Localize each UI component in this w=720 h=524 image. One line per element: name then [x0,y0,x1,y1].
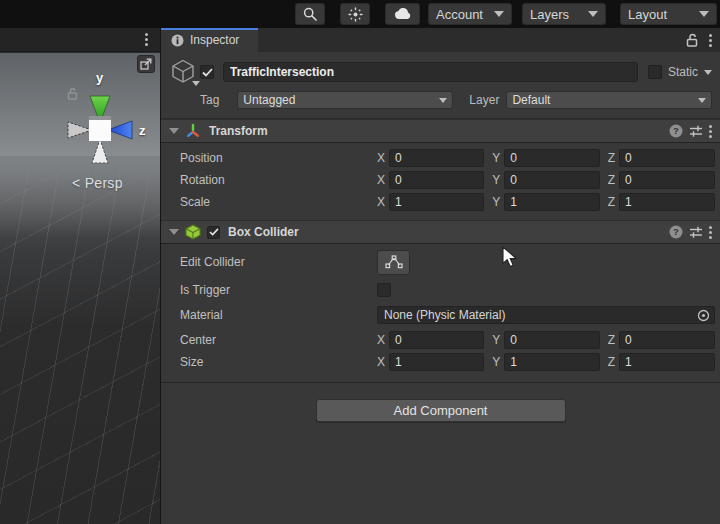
scene-ground-grid [0,156,160,524]
axis-z-label: Z [608,195,615,209]
axis-y-label: Y [492,333,500,347]
is-trigger-checkbox[interactable] [377,283,391,297]
search-button[interactable] [295,3,325,25]
edit-collider-label: Edit Collider [180,255,377,269]
position-x-input[interactable] [389,149,484,167]
add-component-label: Add Component [394,403,488,418]
material-value: None (Physic Material) [384,308,505,322]
foldout-arrow-icon[interactable] [169,229,179,235]
scale-x-input[interactable] [389,193,484,211]
is-trigger-label: Is Trigger [180,283,377,297]
scene-tab-bar [0,28,160,52]
rotation-x-input[interactable] [389,171,484,189]
material-object-field[interactable]: None (Physic Material) [377,306,715,324]
object-picker-icon[interactable] [697,309,710,322]
maximize-view-button[interactable] [137,55,155,73]
tab-inspector[interactable]: Inspector [161,28,258,52]
tag-label: Tag [200,93,219,107]
center-row: Center X Y Z [161,329,720,351]
main-toolbar: Account Layers Layout [0,0,720,28]
box-collider-icon [185,224,201,240]
chevron-down-icon [588,11,598,17]
position-y-input[interactable] [504,149,599,167]
is-trigger-row: Is Trigger [161,279,720,301]
chevron-down-icon [192,81,200,86]
scene-menu-kebab-icon[interactable] [145,33,148,46]
axis-y-label: Y [492,355,500,369]
transform-title: Transform [209,124,268,138]
scale-row: Scale X Y Z [161,191,720,213]
position-z-input[interactable] [619,149,715,167]
account-dropdown-label: Account [436,7,483,22]
chevron-down-icon [698,98,706,103]
scale-z-input[interactable] [619,193,715,211]
edit-collider-row: Edit Collider [161,248,720,276]
gameobject-name-input[interactable] [223,62,638,82]
axis-x-label: X [377,195,385,209]
center-z-input[interactable] [619,331,715,349]
gizmo-z-axis-label[interactable]: z [139,123,146,138]
collider-enabled-checkbox[interactable] [207,226,220,239]
unlock-icon[interactable] [686,33,698,47]
material-label: Material [180,308,377,322]
chevron-down-icon [494,11,504,17]
layer-dropdown[interactable]: Default [506,91,712,109]
static-checkbox[interactable] [648,65,662,79]
tag-dropdown[interactable]: Untagged [237,91,453,109]
presets-icon[interactable] [689,125,703,137]
tag-value: Untagged [243,93,295,107]
axis-z-label: Z [608,333,615,347]
rotation-z-input[interactable] [619,171,715,189]
gameobject-icon-button[interactable] [170,58,200,86]
gizmo-y-axis-label[interactable]: y [96,70,103,85]
scale-label: Scale [180,195,377,209]
foldout-arrow-icon[interactable] [169,128,179,134]
axis-y-label: Y [492,195,500,209]
chevron-down-icon [699,11,709,17]
edit-collider-button[interactable] [377,250,410,275]
layout-dropdown[interactable]: Layout [620,3,717,25]
center-y-input[interactable] [504,331,599,349]
persp-arrow: < [72,175,80,191]
scale-y-input[interactable] [504,193,599,211]
inspector-tab-label: Inspector [190,33,239,47]
inspector-tab-bar: Inspector [161,28,720,52]
maximize-icon [140,58,152,70]
rotation-row: Rotation X Y Z [161,169,720,191]
unity-editor-window: Account Layers Layout [0,0,720,524]
static-label: Static [668,65,698,79]
position-row: Position X Y Z [161,147,720,169]
size-y-input[interactable] [504,353,599,371]
component-menu-kebab-icon[interactable] [709,226,712,239]
component-menu-kebab-icon[interactable] [709,125,712,138]
size-z-input[interactable] [619,353,715,371]
persp-text: Persp [85,175,123,191]
help-icon[interactable]: ? [669,225,683,239]
perspective-mode-label[interactable]: < Persp [72,175,123,191]
scene-viewport[interactable]: y z < Persp [0,53,160,524]
transform-component-header[interactable]: Transform ? [161,119,720,143]
check-icon [209,228,219,236]
layers-dropdown[interactable]: Layers [522,3,606,25]
active-checkbox[interactable] [200,65,214,79]
static-flags-chevron-icon[interactable] [704,70,712,75]
center-label: Center [180,333,377,347]
add-component-button[interactable]: Add Component [316,399,566,422]
scene-view-panel: y z < Persp [0,28,161,524]
account-dropdown[interactable]: Account [428,3,512,25]
cloud-services-button[interactable] [385,3,420,25]
center-x-input[interactable] [389,331,484,349]
presets-icon[interactable] [689,226,703,238]
light-mode-button[interactable] [340,3,370,25]
axis-x-label: X [377,151,385,165]
layout-dropdown-label: Layout [628,7,667,22]
size-x-input[interactable] [389,353,484,371]
rotation-y-input[interactable] [504,171,599,189]
inspector-menu-kebab-icon[interactable] [709,34,712,47]
box-collider-component-header[interactable]: Box Collider ? [161,220,720,244]
help-icon[interactable]: ? [669,124,683,138]
chevron-down-icon [439,98,447,103]
check-icon [202,68,213,77]
gizmo-lock-icon[interactable] [67,87,78,103]
workspace: y z < Persp [0,28,720,524]
